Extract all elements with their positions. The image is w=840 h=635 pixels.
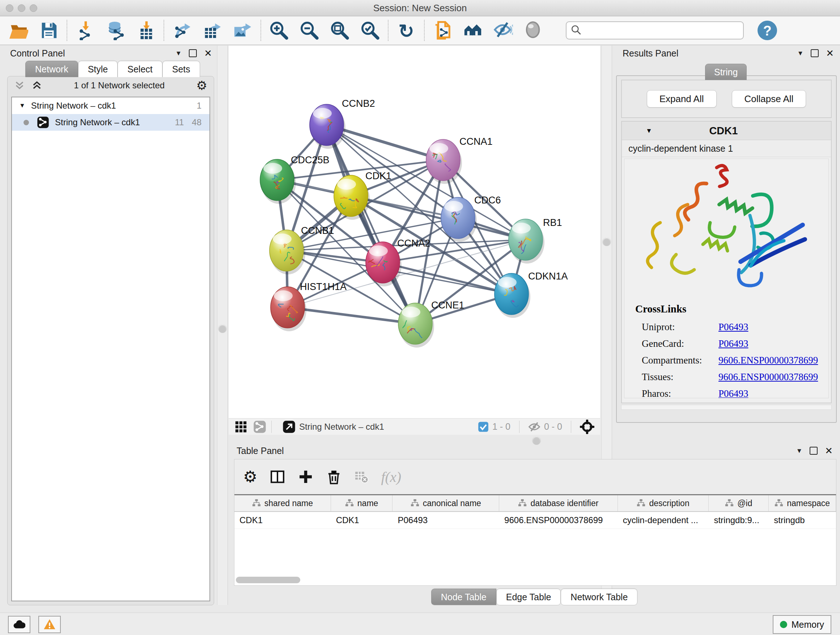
collapse-all-networks-icon[interactable] bbox=[14, 80, 25, 91]
network-node-ccne1[interactable]: CCNE1 bbox=[398, 300, 464, 348]
grid-view-icon[interactable] bbox=[234, 420, 248, 433]
search-input[interactable] bbox=[566, 21, 744, 40]
table-hscrollbar-thumb[interactable] bbox=[236, 577, 300, 583]
table-panel-collapse-icon[interactable]: ▼ bbox=[796, 447, 802, 455]
control-panel-collapse-icon[interactable]: ▼ bbox=[175, 50, 182, 57]
network-share-icon[interactable] bbox=[253, 420, 266, 433]
toggle-glass-button[interactable] bbox=[493, 20, 514, 41]
tab-style[interactable]: Style bbox=[78, 61, 118, 77]
refresh-button[interactable]: ↻ bbox=[396, 20, 417, 41]
expand-all-button[interactable]: Expand All bbox=[647, 90, 717, 108]
crosslink-link[interactable]: 9606.ENSP00000378699 bbox=[718, 371, 818, 383]
network-list-item[interactable]: ▼ String Network – cdk1 1 bbox=[12, 97, 210, 114]
zoom-in-button[interactable] bbox=[268, 20, 289, 41]
node-label-cdc25b: CDC25B bbox=[291, 155, 330, 165]
results-panel: Results Panel ▼ ✕ String Expand All Coll… bbox=[616, 47, 837, 431]
detach-view-icon[interactable] bbox=[283, 420, 295, 433]
tab-network-table[interactable]: Network Table bbox=[561, 589, 638, 605]
control-panel-close-icon[interactable]: ✕ bbox=[204, 50, 212, 57]
crosslink-label: Pharos: bbox=[635, 388, 718, 399]
memory-label: Memory bbox=[791, 619, 824, 630]
show-graphics-button[interactable] bbox=[523, 20, 544, 41]
help-button[interactable]: ? bbox=[758, 21, 777, 40]
crosslink-link[interactable]: P06493 bbox=[718, 388, 748, 399]
table-panel-float-icon[interactable] bbox=[810, 447, 818, 455]
column-header-name[interactable]: name bbox=[331, 495, 393, 511]
cloud-status-button[interactable] bbox=[8, 616, 30, 633]
clipboard-network-button[interactable] bbox=[432, 20, 453, 41]
import-table-button[interactable] bbox=[135, 20, 156, 41]
export-image-button[interactable] bbox=[232, 20, 253, 41]
network-node-rb1[interactable]: RB1 bbox=[508, 217, 562, 264]
gene-card-header[interactable]: ▼ CDK1 bbox=[622, 122, 831, 140]
tab-node-table[interactable]: Node Table bbox=[431, 589, 496, 605]
column-header-database-identifier[interactable]: database identifier bbox=[499, 495, 618, 511]
bottom-splitter[interactable] bbox=[229, 435, 600, 444]
bottom-splitter-handle[interactable] bbox=[532, 436, 540, 444]
zoom-fit-button[interactable] bbox=[329, 20, 350, 41]
network-node-ccnb2[interactable]: CCNB2 bbox=[309, 98, 375, 149]
results-panel-close-icon[interactable]: ✕ bbox=[826, 50, 834, 57]
birdseye-navigator-icon[interactable] bbox=[580, 420, 594, 434]
table-row[interactable]: CDK1CDK1P064939606.ENSP00000378699cyclin… bbox=[234, 512, 836, 529]
table-panel-close-icon[interactable]: ✕ bbox=[825, 448, 833, 454]
right-splitter-handle[interactable] bbox=[603, 238, 611, 245]
hidden-eye-icon[interactable] bbox=[528, 421, 540, 433]
network-node-ccnb1[interactable]: CCNB1 bbox=[270, 225, 334, 274]
show-columns-icon[interactable] bbox=[270, 469, 286, 485]
column-header-namespace[interactable]: namespace bbox=[769, 495, 836, 511]
warnings-button[interactable] bbox=[38, 616, 61, 633]
crosslink-link[interactable]: P06493 bbox=[718, 321, 748, 333]
delete-column-icon[interactable] bbox=[326, 469, 342, 485]
node-table-header: shared namenamecanonical namedatabase id… bbox=[234, 495, 836, 512]
export-network-button[interactable] bbox=[172, 20, 193, 41]
network-node-cdc25b[interactable]: CDC25B bbox=[260, 155, 330, 204]
zoom-selected-button[interactable] bbox=[360, 20, 381, 41]
selected-checkbox-icon[interactable] bbox=[478, 421, 489, 432]
import-network-button[interactable] bbox=[74, 20, 95, 41]
collection-collapse-icon[interactable]: ▼ bbox=[19, 102, 25, 109]
export-table-button[interactable] bbox=[202, 20, 223, 41]
control-panel-float-icon[interactable] bbox=[189, 49, 197, 57]
left-splitter[interactable] bbox=[217, 46, 228, 605]
string-network-graph[interactable]: CCNB2CCNA1CDC25BCDK1CDC6RB1CCNB1CCNA2CDK… bbox=[229, 46, 600, 418]
network-node-cdkn1a[interactable]: CDKN1A bbox=[494, 271, 568, 318]
window-title: Session: New Session bbox=[0, 3, 840, 14]
string-home-button[interactable] bbox=[462, 20, 483, 41]
zoom-out-button[interactable] bbox=[299, 20, 320, 41]
left-splitter-handle[interactable] bbox=[218, 325, 226, 333]
column-header-shared-name[interactable]: shared name bbox=[234, 495, 331, 511]
network-node-ccna2[interactable]: CCNA2 bbox=[366, 238, 431, 287]
tab-network[interactable]: Network bbox=[25, 61, 78, 77]
results-scrollbar[interactable] bbox=[621, 405, 832, 410]
memory-button[interactable]: Memory bbox=[773, 615, 831, 634]
tab-string[interactable]: String bbox=[705, 64, 747, 80]
import-database-button[interactable] bbox=[105, 20, 126, 41]
network-list-item[interactable]: String Network – cdk1 11 48 bbox=[12, 114, 210, 131]
crosslink-link[interactable]: P06493 bbox=[718, 338, 748, 349]
gene-collapse-icon[interactable]: ▼ bbox=[646, 127, 652, 135]
table-options-gear-icon[interactable]: ⚙ bbox=[243, 469, 257, 485]
column-header-canonical-name[interactable]: canonical name bbox=[393, 495, 499, 511]
results-panel-float-icon[interactable] bbox=[811, 49, 819, 57]
open-session-button[interactable] bbox=[8, 20, 29, 41]
network-canvas[interactable]: CCNB2CCNA1CDC25BCDK1CDC6RB1CCNB1CCNA2CDK… bbox=[229, 46, 600, 418]
collapse-all-button[interactable]: Collapse All bbox=[732, 90, 806, 108]
results-panel-collapse-icon[interactable]: ▼ bbox=[797, 50, 804, 57]
column-header--id[interactable]: @id bbox=[709, 495, 769, 511]
column-header-description[interactable]: description bbox=[618, 495, 709, 511]
tab-sets[interactable]: Sets bbox=[163, 61, 200, 77]
expand-all-networks-icon[interactable] bbox=[32, 80, 42, 91]
network-node-cdc6[interactable]: CDC6 bbox=[441, 195, 501, 242]
save-session-button[interactable] bbox=[38, 20, 59, 41]
add-column-icon[interactable] bbox=[298, 469, 314, 485]
network-options-gear-icon[interactable]: ⚙ bbox=[196, 79, 207, 92]
toolbar-groups: ↻ bbox=[8, 20, 544, 41]
tab-select[interactable]: Select bbox=[118, 61, 162, 77]
network-node-hist1h1a[interactable]: HIST1H1A bbox=[271, 281, 347, 331]
status-bar: Memory bbox=[0, 613, 840, 635]
crosslink-link[interactable]: 9606.ENSP00000378699 bbox=[718, 355, 818, 366]
tab-edge-table[interactable]: Edge Table bbox=[496, 589, 561, 605]
collection-label: String Network – cdk1 bbox=[31, 101, 197, 111]
table-toolbar: ⚙ f(x) bbox=[234, 459, 836, 494]
